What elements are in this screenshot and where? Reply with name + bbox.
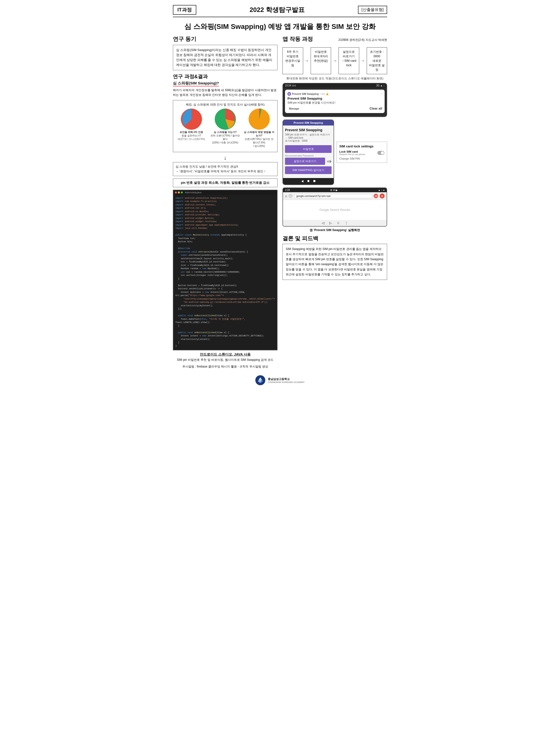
- pie-chart-2: [215, 108, 236, 130]
- insight-box: 심 스와핑 인지도 낮음 / 보안에 주기적인 관심X → '괜찮아서', '비…: [173, 162, 278, 176]
- notif-title: Prevent SIM Swapping: [287, 97, 382, 100]
- clear-all-button[interactable]: Clear all: [370, 107, 382, 110]
- forward-nav[interactable]: ▷: [329, 221, 332, 225]
- browser-signal: ▲ ↕ ●: [378, 189, 385, 191]
- home-button[interactable]: [307, 180, 309, 182]
- pin-title: pin 번호 설정 과정 최소화, 자동화, 알림를 통한 번거로움 감소: [173, 179, 278, 187]
- sim-interactable=: Lock SIM card Require PIN to use phone: [339, 150, 365, 156]
- insight-text2: → '괜찮아서', '비밀번호를 까먹게 되어서' 등의 개인의 부주의 원인 …: [176, 169, 275, 174]
- sim-lock-row-1: Lock SIM card Require PIN to use phone: [339, 150, 384, 156]
- home-icon[interactable]: ⌂: [285, 194, 287, 198]
- process-caption: 휴대전화 화면에 작성한 코드 적용(안드로이드 스튜디오 에뮬레이터 화면): [282, 77, 387, 80]
- phone-body-app: Prevent SIM Swapping SIM pin 번호 바꾸기 : 설정…: [283, 126, 334, 178]
- header-type: [산출물유형]: [358, 6, 387, 14]
- process-steps: 6주 주기 비밀번호 변경푸시알림 → 비밀번호 최대 8자리 추천(랜덤) →…: [282, 47, 387, 74]
- notif-card-header: Prevent SIM Swapping • now 🔔 ^: [287, 92, 382, 96]
- sim-swapping-label: 심 스와핑(SIM Swapping)?: [173, 81, 219, 86]
- status-network: 3G ▲ ↕: [376, 84, 385, 87]
- lock-icon: ⓘ: [288, 194, 292, 198]
- menu-nav[interactable]: ⋮: [345, 221, 348, 225]
- school-name-en: CHUNGNAM SAMSUNG ACADEMY: [268, 381, 305, 383]
- pie-chart-1: [181, 108, 202, 130]
- charts-row: 보안을 위해 2차 인증 등을 실천하는가? 예(37.5) / 아니오(62.…: [176, 108, 275, 148]
- chart-label-1: 보안을 위해 2차 인증 등을 실천하는가? 예(37.5) / 아니오(62.…: [176, 130, 207, 141]
- notif-app-name: Prevent SIM Swapping: [292, 93, 319, 95]
- lock-sim-label: Lock SIM card: [339, 150, 365, 153]
- arrow-1: →: [305, 47, 309, 74]
- status-time: 10:54 ⊙⊙: [285, 84, 296, 87]
- header-title: 2022 학생탐구발표: [250, 5, 305, 14]
- motivation-title: 연구 동기: [173, 35, 278, 43]
- change-sim-pin[interactable]: Change SIM PIN: [339, 157, 384, 160]
- page-header: IT과정 2022 학생탐구발표 [산출물유형]: [173, 5, 387, 17]
- chart-item-1: 보안을 위해 2차 인증 등을 실천하는가? 예(37.5) / 아니오(62.…: [176, 108, 207, 148]
- lock-sim-toggle[interactable]: [377, 151, 384, 155]
- status-bar: 10:54 ⊙⊙ 3G ▲ ↕: [283, 83, 387, 88]
- phone-app-title: Prevent SIM Swapping: [285, 128, 332, 132]
- notif-actions: Manage Clear all: [287, 107, 382, 110]
- insight-text: 심 스와핑 인지도 낮음 / 보안에 주기적인 관심X: [176, 164, 275, 169]
- notif-card: Prevent SIM Swapping • now 🔔 ^ Prevent S…: [285, 89, 385, 113]
- browser-url[interactable]: google.com/search?q=sim+swi: [294, 194, 372, 198]
- code-block: import android.annotation.SuppressLint; …: [173, 195, 277, 350]
- code-caption1: SIM pin 비밀번호 추천 및 바로이동, 웹사이트로 SIM Swappi…: [173, 358, 278, 362]
- sim-swapping-desc: 해커가 피해자의 개인정보를 탈취해 새 SIM(유심)을 발급받아 사용하면서…: [173, 88, 278, 97]
- code-section: MainActivity.java import android.annotat…: [173, 190, 278, 351]
- phone-app-desc: SIM pin 번호 바꾸기 : 설정으로 바로가기 → SIM card lo…: [285, 133, 332, 143]
- notif-text: SIM pin 비밀번호를 변경할 시간이에요!: [287, 101, 382, 105]
- browser-icons: ⚙ ✉ ▶: [330, 189, 338, 191]
- step-4: 초기번호 : 0000 새로운 비밀번호 설정: [367, 47, 387, 74]
- browser-bar: ⌂ ⓘ google.com/search?q=sim+swi 14 ●: [283, 192, 387, 200]
- phone-top-bar: Prevent SIM Swapping: [283, 120, 334, 126]
- pie-chart-3: [249, 108, 270, 130]
- recommended-label: Recommended Password: [285, 154, 332, 157]
- school-logo: [255, 375, 265, 385]
- chart-label-3: 심 스와핑의 예방 방법을 아는가? 모른다(87.5%) / 알지만 안했다(…: [244, 130, 275, 148]
- main-title: 심 스와핑(SIM Swapping) 예방 앱 개발을 통한 SIM 보안 강…: [173, 22, 387, 31]
- back-button[interactable]: [301, 180, 303, 182]
- step-3: 설정으로 바로가기 →SIM card lock: [338, 47, 359, 74]
- browser-loading: Google Search Results: [320, 208, 350, 212]
- phone-btn-learn[interactable]: SIM SWAPPING 알아보기: [285, 166, 332, 174]
- browser-content: Google Search Results: [283, 200, 387, 220]
- notif-body: Prevent SIM Swapping • now 🔔 ^ Prevent S…: [283, 88, 387, 117]
- sim-lock-title: SIM card lock settings: [339, 145, 384, 148]
- step-2: 비밀번호 최대 8자리 추천(랜덤): [311, 47, 331, 74]
- footer-text: 충남삼성고등학교 CHUNGNAM SAMSUNG ACADEMY: [268, 377, 305, 383]
- record-button[interactable]: ●: [380, 194, 385, 199]
- right-column: 앱 작동 과정 210906 권하진(2-6) 지도교사 박세현 6주 주기 비…: [282, 35, 387, 280]
- app-process-header: 앱 작동 과정 210906 권하진(2-6) 지도교사 박세현: [282, 35, 387, 45]
- phone-nav: [283, 178, 334, 184]
- bookmark-nav[interactable]: ☆: [337, 221, 340, 225]
- back-nav[interactable]: ◁: [322, 221, 324, 225]
- sim-lock-panel-container: SIM card lock settings Lock SIM card Req…: [336, 120, 387, 185]
- step-1: 6주 주기 비밀번호 변경푸시알림: [282, 47, 303, 74]
- notification-mockup: 10:54 ⊙⊙ 3G ▲ ↕ Prevent SIM Swapping • n…: [282, 83, 387, 117]
- phone-mockup-app: Prevent SIM Swapping Prevent SIM Swappin…: [282, 120, 334, 185]
- phone-mockups: Prevent SIM Swapping Prevent SIM Swappin…: [282, 120, 387, 185]
- school-name-ko: 충남삼성고등학교: [268, 377, 305, 381]
- left-column: 연구 동기 심 스와핑(SIM Swapping)이라는 신종 해킹 수법이 등…: [173, 35, 278, 371]
- browser-mockup: 2:28 ⚙ ✉ ▶ ▲ ↕ ● ⌂ ⓘ google.com/search?q…: [282, 187, 387, 227]
- conclusion-body: SIM Swapping 예방을 위한 SIM pin 비밀번호 관리를 돕는 …: [282, 244, 387, 280]
- java-caption: 안드로이드 스튜디오, JAVA 사용: [173, 352, 278, 357]
- manage-button[interactable]: Manage: [287, 107, 301, 110]
- arrow-3: →: [361, 47, 365, 74]
- notif-now: • now 🔔: [320, 93, 329, 95]
- chart-item-3: 심 스와핑의 예방 방법을 아는가? 모른다(87.5%) / 알지만 안했다(…: [244, 108, 275, 148]
- app-process-title: 앱 작동 과정: [282, 35, 313, 43]
- app-screen-caption: 앱 'Prevent SIM Swapping' 실행화면: [282, 228, 387, 232]
- lock-sim-sub: Require PIN to use phone: [339, 153, 365, 156]
- phone-btn-password[interactable]: 비밀번호: [285, 145, 332, 153]
- browser-bottom-nav: ◁ ▷ ☆ ⋮: [283, 220, 387, 226]
- app-icon: [287, 92, 291, 96]
- recents-button[interactable]: [313, 180, 315, 182]
- tab-count[interactable]: 14: [374, 194, 378, 198]
- arrow-down: ↓: [173, 155, 278, 161]
- phone-btn-settings[interactable]: 설정으로 바로가기: [285, 158, 325, 165]
- author-info: 210906 권하진(2-6) 지도교사 박세현: [317, 38, 387, 42]
- notif-expand-icon[interactable]: ^: [381, 93, 382, 95]
- conclusion-title: 결론 및 피드백: [282, 235, 387, 242]
- research-title: 연구 과정&결과: [173, 73, 278, 80]
- survey-box: 해킹, 심 스와핑에 대한 인식 및 인지도 조사 실시(40명 참여) 보안을…: [173, 100, 278, 152]
